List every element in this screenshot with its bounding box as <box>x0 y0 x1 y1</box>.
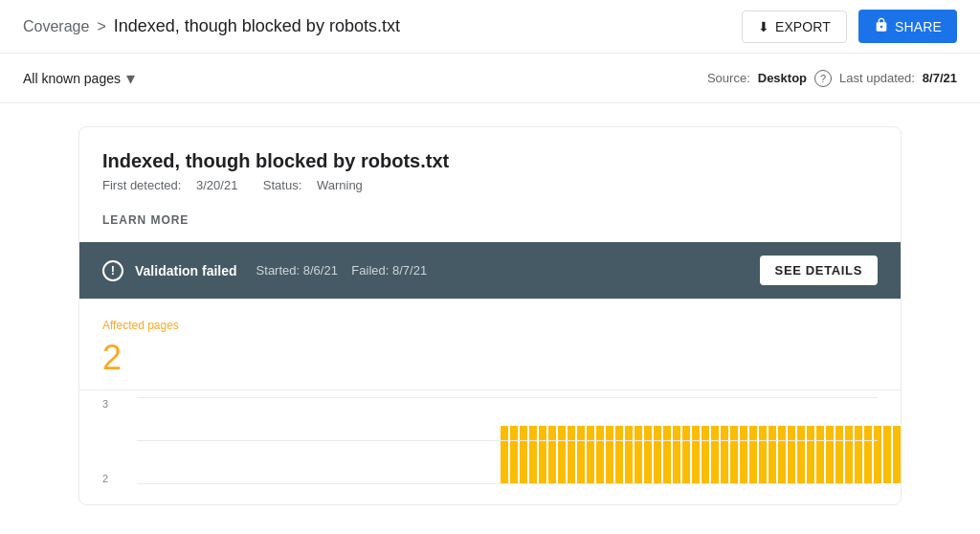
chart-bar <box>615 426 623 483</box>
card-title: Indexed, though blocked by robots.txt <box>102 150 878 172</box>
chart-y-label-2: 2 <box>102 473 108 484</box>
export-label: EXPORT <box>775 19 831 34</box>
breadcrumb: Coverage > Indexed, though blocked by ro… <box>23 16 400 36</box>
export-icon: ⬇ <box>758 19 769 34</box>
chart-y-label-3: 3 <box>102 398 108 410</box>
chart-bar <box>654 426 661 483</box>
last-updated-value: 8/7/21 <box>923 71 957 85</box>
main-card: Indexed, though blocked by robots.txt Fi… <box>78 126 902 505</box>
first-detected-value: 3/20/21 <box>196 178 237 192</box>
chart-bar <box>816 426 824 483</box>
chart-bar <box>730 426 738 483</box>
status-label: Status: <box>263 178 301 192</box>
dropdown-arrow-icon[interactable]: ▾ <box>126 68 135 89</box>
first-detected-label: First detected: <box>102 178 181 192</box>
chart-bar <box>711 426 719 483</box>
card-meta: First detected: 3/20/21 Status: Warning <box>102 178 878 192</box>
header-actions: ⬇ EXPORT SHARE <box>742 10 957 43</box>
chart-bar <box>558 426 566 483</box>
help-icon[interactable]: ? <box>814 70 832 87</box>
chart-bar <box>587 426 594 483</box>
chart-bar <box>635 426 642 483</box>
chart-bar <box>548 426 556 483</box>
header: Coverage > Indexed, though blocked by ro… <box>0 0 980 54</box>
chart-bar <box>663 426 671 483</box>
chart-bar <box>893 426 901 483</box>
chart-y-labels: 3 2 <box>102 398 108 484</box>
chart-bar <box>520 426 527 483</box>
source-label: Source: <box>707 71 750 85</box>
affected-label: Affected pages <box>102 319 878 332</box>
failed-value: 8/7/21 <box>392 263 427 278</box>
alert-icon: ! <box>102 260 123 281</box>
validation-left: ! Validation failed Started: 8/6/21 Fail… <box>102 260 427 281</box>
chart-bar <box>874 426 881 483</box>
chart-bar <box>788 426 795 483</box>
affected-section: Affected pages 2 <box>79 299 901 389</box>
validation-title: Validation failed <box>135 263 237 278</box>
chart-bar <box>826 426 834 483</box>
chart-bar <box>596 426 604 483</box>
failed-label: Failed: <box>351 263 389 278</box>
chart-bar <box>759 426 767 483</box>
status-value: Warning <box>317 178 363 192</box>
filter-right: Source: Desktop ? Last updated: 8/7/21 <box>707 70 957 87</box>
chart-bar <box>778 426 786 483</box>
card-header: Indexed, though blocked by robots.txt Fi… <box>79 127 901 242</box>
chart-bar <box>855 426 862 483</box>
chart-bar <box>807 426 814 483</box>
breadcrumb-parent[interactable]: Coverage <box>23 18 89 35</box>
chart-bar <box>692 426 700 483</box>
see-details-button[interactable]: SEE DETAILS <box>760 256 878 285</box>
chart-bar <box>501 426 508 483</box>
chart-grid <box>137 398 878 484</box>
share-label: SHARE <box>895 19 942 34</box>
chart-bar <box>864 426 872 483</box>
filter-label: All known pages <box>23 71 121 86</box>
chart-bar <box>568 426 575 483</box>
share-icon <box>874 17 889 35</box>
last-updated-label: Last updated: <box>839 71 915 85</box>
chart-bar <box>702 426 709 483</box>
affected-count: 2 <box>102 338 878 378</box>
chart-bar <box>845 426 853 483</box>
chart-bar <box>644 426 652 483</box>
chart-bar <box>510 426 518 483</box>
chart-bar <box>606 426 613 483</box>
learn-more-button[interactable]: LEARN MORE <box>102 213 189 227</box>
breadcrumb-separator: > <box>97 18 105 35</box>
chart-bar <box>682 426 690 483</box>
filter-bar: All known pages ▾ Source: Desktop ? Last… <box>0 54 980 103</box>
chart-bar <box>740 426 747 483</box>
chart-bar <box>721 426 728 483</box>
started-label: Started: <box>256 263 301 278</box>
chart-bar <box>749 426 757 483</box>
content-area: Indexed, though blocked by robots.txt Fi… <box>0 103 980 534</box>
chart-bar <box>673 426 680 483</box>
chart-bar <box>529 426 537 483</box>
chart-bar <box>625 426 633 483</box>
validation-meta: Started: 8/6/21 Failed: 8/7/21 <box>256 263 428 278</box>
chart-bar <box>539 426 546 483</box>
validation-bar: ! Validation failed Started: 8/6/21 Fail… <box>79 242 901 299</box>
chart-bar <box>797 426 805 483</box>
chart-bar <box>768 426 776 483</box>
chart-section: 3 2 <box>79 389 901 504</box>
chart-bar <box>835 426 843 483</box>
share-button[interactable]: SHARE <box>858 10 957 43</box>
chart-bar <box>883 426 891 483</box>
export-button[interactable]: ⬇ EXPORT <box>742 11 847 43</box>
breadcrumb-current: Indexed, though blocked by robots.txt <box>114 16 400 36</box>
filter-left: All known pages ▾ <box>23 68 135 89</box>
started-value: 8/6/21 <box>303 263 338 278</box>
chart-bar <box>577 426 585 483</box>
source-value: Desktop <box>758 71 807 85</box>
